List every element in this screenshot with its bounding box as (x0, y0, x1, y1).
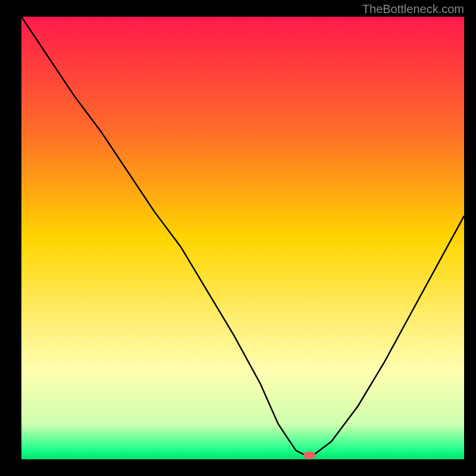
watermark-text: TheBottleneck.com (362, 2, 464, 16)
optimal-point-marker (303, 452, 315, 459)
gradient-background (21, 17, 464, 459)
chart-svg (21, 17, 464, 459)
plot-area (21, 17, 464, 459)
